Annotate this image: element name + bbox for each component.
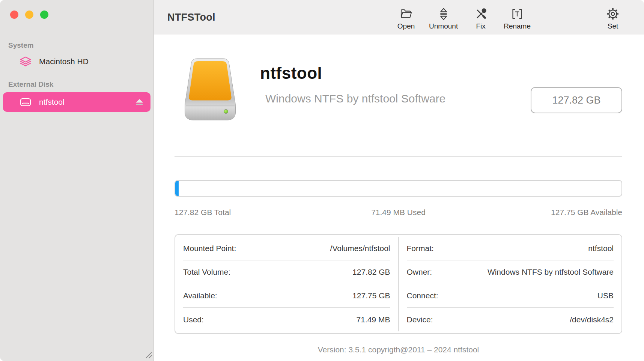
stat-available: 127.75 GB Available [473, 208, 622, 217]
capacity-badge: 127.82 GB [531, 87, 622, 113]
drive-icon [20, 98, 32, 107]
toolbar-button-label: Fix [476, 22, 486, 30]
toolbar-button-label: Open [397, 22, 415, 30]
layers-icon [20, 56, 32, 67]
sidebar-item-label: ntfstool [39, 98, 65, 107]
toolbar-button-group: Open Unmount [394, 5, 624, 30]
volume-hero: ntfstool Windows NTFS by ntfstool Softwa… [175, 58, 622, 126]
volume-subtitle: Windows NTFS by ntfstool Software [265, 92, 445, 105]
details-column-right: Format: ntfstool Owner: Windows NTFS by … [398, 237, 622, 331]
sidebar-item-ntfstool[interactable]: ntfstool [3, 92, 150, 112]
stat-total: 127.82 GB Total [175, 208, 324, 217]
detail-row-device: Device: /dev/disk4s2 [407, 308, 614, 331]
usage-bar [175, 180, 622, 197]
rename-button[interactable]: Rename [504, 5, 531, 30]
unmount-icon [437, 7, 450, 21]
usage-bar-fill [175, 181, 179, 196]
rename-text-icon [510, 7, 524, 21]
volume-details-table: Mounted Point: /Volumes/ntfstool Total V… [175, 234, 622, 334]
detail-row-mounted-point: Mounted Point: /Volumes/ntfstool [183, 237, 390, 260]
detail-row-used: Used: 71.49 MB [183, 308, 390, 331]
detail-row-owner: Owner: Windows NTFS by ntfstool Software [407, 260, 614, 284]
main-area: NTFSTool Open [154, 0, 644, 361]
ntfstool-window: System Macintosh HD External Disk ntfsto… [0, 0, 644, 361]
toolbar: NTFSTool Open [154, 0, 644, 35]
toolbar-button-label: Rename [504, 22, 531, 30]
close-window-button[interactable] [10, 11, 18, 19]
eject-icon[interactable] [135, 99, 144, 106]
folder-open-icon [399, 7, 413, 21]
open-button[interactable]: Open [394, 5, 418, 30]
unmount-button[interactable]: Unmount [429, 5, 458, 30]
resize-grip[interactable] [145, 352, 152, 360]
detail-row-format: Format: ntfstool [407, 237, 614, 260]
version-text: Version: 3.5.1 copyrigth@2011 – 2024 ntf… [175, 345, 622, 354]
tools-icon [474, 7, 488, 21]
settings-button[interactable]: Set [601, 5, 624, 30]
toolbar-button-label: Set [608, 22, 618, 30]
app-title: NTFSTool [167, 12, 215, 23]
toolbar-button-label: Unmount [429, 22, 458, 30]
sidebar-section-external-disk: External Disk [8, 80, 153, 89]
sidebar-item-label: Macintosh HD [39, 57, 89, 66]
detail-row-available: Available: 127.75 GB [183, 284, 390, 308]
volume-name: ntfstool [260, 64, 445, 83]
details-column-left: Mounted Point: /Volumes/ntfstool Total V… [175, 237, 398, 331]
section-divider [175, 156, 622, 157]
usage-stats: 127.82 GB Total 71.49 MB Used 127.75 GB … [175, 208, 622, 217]
sidebar-item-macintosh-hd[interactable]: Macintosh HD [3, 52, 150, 71]
volume-detail-panel: ntfstool Windows NTFS by ntfstool Softwa… [154, 35, 644, 361]
sidebar-section-system: System [8, 0, 153, 50]
detail-row-connect: Connect: USB [407, 284, 614, 308]
minimize-window-button[interactable] [25, 11, 33, 19]
traffic-lights [10, 11, 48, 19]
detail-row-total-volume: Total Volume: 127.82 GB [183, 260, 390, 284]
stat-used: 71.49 MB Used [324, 208, 473, 217]
fix-button[interactable]: Fix [469, 5, 492, 30]
sidebar: System Macintosh HD External Disk ntfsto… [0, 0, 154, 361]
zoom-window-button[interactable] [40, 11, 48, 19]
external-drive-icon [175, 56, 246, 124]
gear-icon [606, 7, 620, 21]
